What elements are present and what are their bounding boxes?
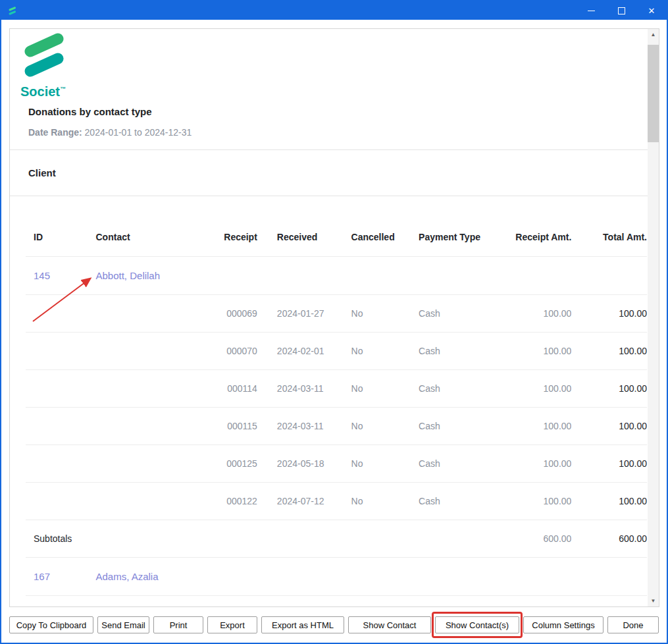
col-header-receipt: Receipt [211, 196, 257, 257]
received-cell: 2024-01-27 [257, 295, 347, 333]
print-button[interactable]: Print [153, 616, 203, 633]
titlebar[interactable]: ✕ [1, 1, 667, 20]
brand-wordmark: Societ™ [20, 84, 648, 99]
receipt-cell: 000114 [211, 370, 257, 408]
done-button[interactable]: Done [607, 616, 659, 633]
table-header-row: ID Contact Receipt Received Cancelled Pa… [26, 196, 647, 257]
payment-type-cell: Cash [413, 295, 499, 333]
payment-type-cell: Cash [413, 408, 499, 445]
receipt-cell: 000122 [211, 483, 257, 520]
date-range-label: Date Range: [28, 127, 82, 138]
total-amt-cell: 100.00 [571, 333, 647, 370]
col-header-id: ID [26, 196, 88, 257]
donations-table: ID Contact Receipt Received Cancelled Pa… [26, 196, 647, 607]
col-header-payment-type: Payment Type [413, 196, 499, 257]
receipt-amt-cell: 100.00 [499, 445, 572, 483]
content-area: Societ™ Donations by contact type Date R… [1, 20, 667, 607]
scroll-down-button[interactable]: ▼ [648, 595, 659, 606]
col-header-received: Received [257, 196, 347, 257]
payment-type-cell: Cash [413, 445, 499, 483]
cancelled-cell: No [347, 483, 413, 520]
scrollbar-thumb[interactable] [648, 45, 659, 142]
total-amt-cell: 100.00 [571, 295, 647, 333]
cancelled-cell: No [347, 370, 413, 408]
receipt-cell: 000125 [211, 445, 257, 483]
receipt-amt-cell: 100.00 [499, 483, 572, 520]
close-icon: ✕ [648, 7, 655, 15]
received-cell: 2024-07-12 [257, 483, 347, 520]
receipt-amt-cell: 100.00 [499, 333, 572, 370]
contact-link[interactable]: Adams, Azalia [88, 558, 211, 596]
maximize-button[interactable] [606, 1, 636, 20]
brand-text: Societ [20, 84, 60, 99]
receipt-row: 000125 2024-05-18 No Cash 100.00 100.00 [26, 445, 647, 483]
export-as-html-button[interactable]: Export as HTML [261, 616, 344, 633]
highlighted-button-wrap: Show Contact(s) [435, 616, 519, 633]
cancelled-cell: No [347, 408, 413, 445]
minimize-button[interactable] [576, 1, 606, 20]
col-header-contact: Contact [88, 196, 211, 257]
contact-link[interactable]: Abbott, Delilah [88, 257, 211, 295]
scroll-down-icon: ▼ [651, 598, 656, 604]
receipt-row: 000069 2024-01-27 No Cash 100.00 100.00 [26, 295, 647, 333]
total-amt-cell: 100.00 [571, 596, 647, 608]
column-settings-button[interactable]: Column Settings [523, 616, 604, 633]
received-cell: 2024-03-11 [257, 370, 347, 408]
trademark-symbol: ™ [60, 86, 66, 92]
total-amt-cell: 100.00 [571, 370, 647, 408]
receipt-row: 2024-07-26 No Cash 100.00 100.00 [26, 596, 647, 608]
contact-group-row: 145 Abbott, Delilah [26, 257, 647, 295]
received-cell: 2024-02-01 [257, 333, 347, 370]
donations-table-wrap: ID Contact Receipt Received Cancelled Pa… [26, 196, 647, 607]
receipt-cell: 000070 [211, 333, 257, 370]
date-range-value: 2024-01-01 to 2024-12-31 [85, 127, 192, 138]
section-title: Client [10, 150, 659, 196]
date-range: Date Range: 2024-01-01 to 2024-12-31 [28, 127, 648, 138]
receipt-row: 000115 2024-03-11 No Cash 100.00 100.00 [26, 408, 647, 445]
maximize-icon [618, 7, 625, 14]
report-header: Societ™ Donations by contact type Date R… [10, 29, 659, 150]
total-amt-cell: 100.00 [571, 408, 647, 445]
report-panel: Societ™ Donations by contact type Date R… [9, 28, 659, 607]
receipt-cell: 000069 [211, 295, 257, 333]
payment-type-cell: Cash [413, 333, 499, 370]
received-cell: 2024-03-11 [257, 408, 347, 445]
scroll-up-icon: ▲ [651, 32, 656, 38]
app-logo-icon [7, 6, 17, 16]
scroll-up-button[interactable]: ▲ [648, 29, 659, 40]
societ-logo-icon [20, 32, 648, 83]
contact-group-row: 167 Adams, Azalia [26, 558, 647, 596]
send-email-button[interactable]: Send Email [97, 616, 149, 633]
subtotals-row: Subtotals 600.00 600.00 [26, 520, 647, 558]
subtotal-total-amt: 600.00 [571, 520, 647, 558]
total-amt-cell: 100.00 [571, 445, 647, 483]
receipt-amt-cell: 100.00 [499, 295, 572, 333]
receipt-row: 000122 2024-07-12 No Cash 100.00 100.00 [26, 483, 647, 520]
show-contact-button[interactable]: Show Contact [348, 616, 431, 633]
cancelled-cell: No [347, 596, 413, 608]
export-button[interactable]: Export [207, 616, 257, 633]
received-cell: 2024-07-26 [257, 596, 347, 608]
group-id-cell[interactable]: 167 [26, 558, 88, 596]
col-header-total-amt: Total Amt. [571, 196, 647, 257]
col-header-cancelled: Cancelled [347, 196, 413, 257]
receipt-row: 000070 2024-02-01 No Cash 100.00 100.00 [26, 333, 647, 370]
payment-type-cell: Cash [413, 596, 499, 608]
show-contacts-button[interactable]: Show Contact(s) [435, 616, 519, 633]
copy-to-clipboard-button[interactable]: Copy To Clipboard [9, 616, 93, 633]
col-header-receipt-amt: Receipt Amt. [499, 196, 572, 257]
receipt-cell [211, 596, 257, 608]
vertical-scrollbar[interactable]: ▲ ▼ [648, 29, 659, 606]
footer-toolbar: Copy To Clipboard Send Email Print Expor… [1, 607, 667, 643]
payment-type-cell: Cash [413, 370, 499, 408]
receipt-row: 000114 2024-03-11 No Cash 100.00 100.00 [26, 370, 647, 408]
minimize-icon [588, 11, 595, 11]
report-title: Donations by contact type [28, 106, 648, 117]
payment-type-cell: Cash [413, 483, 499, 520]
cancelled-cell: No [347, 445, 413, 483]
cancelled-cell: No [347, 333, 413, 370]
group-id-cell[interactable]: 145 [26, 257, 88, 295]
total-amt-cell: 100.00 [571, 483, 647, 520]
close-button[interactable]: ✕ [636, 1, 667, 20]
receipt-amt-cell: 100.00 [499, 370, 572, 408]
